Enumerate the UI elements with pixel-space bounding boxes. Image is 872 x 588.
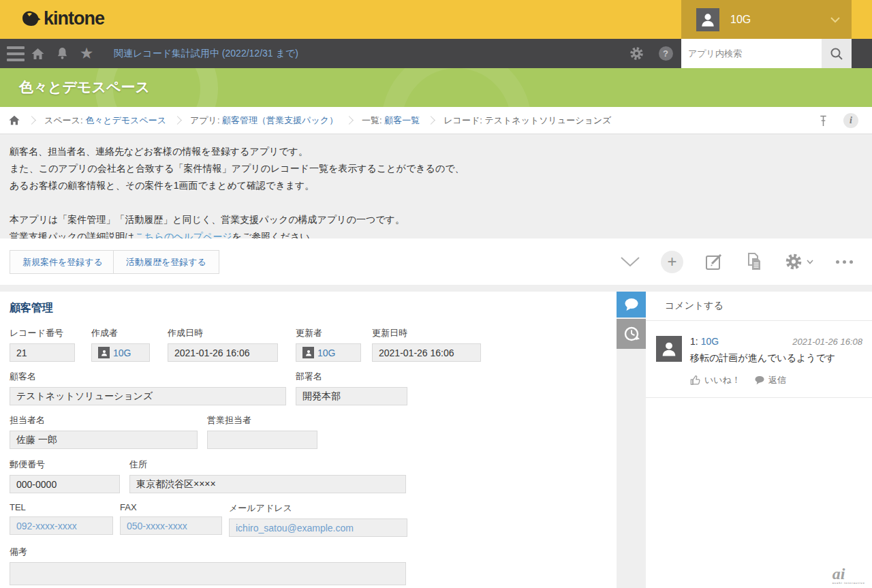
comments-panel: コメントする 1: 10G 2021-01-26 16:08 移転の計画が進んで… (646, 292, 872, 588)
description-line: あるお客様の顧客情報と、その案件を1画面でまとめて確認できます。 (10, 177, 862, 194)
reply-label: 返信 (768, 374, 786, 386)
breadcrumb-view: 一覧: 顧客一覧 (362, 114, 420, 127)
pin-icon[interactable] (818, 114, 828, 127)
trial-banner-link[interactable]: 関連レコード集計試用中 (2022/12/31 まで) (114, 39, 298, 68)
notifications-bell-icon[interactable] (53, 39, 71, 68)
add-record-button[interactable]: + (661, 251, 683, 273)
field-email: メールアドレス ichiro_satou@example.com (229, 502, 407, 537)
record-detail: 顧客管理 レコード番号 21 作成者 10G 作成日時 2021-01-26 1… (0, 292, 617, 588)
field-label: 更新者 (296, 327, 361, 339)
comment-item: 1: 10G 2021-01-26 16:08 移転の計画が進んでいるようです … (646, 321, 872, 398)
info-icon[interactable]: i (843, 113, 858, 128)
comments-tab[interactable] (617, 292, 646, 318)
field-label: 住所 (129, 459, 406, 471)
space-banner: 色々とデモスペース (0, 68, 872, 107)
field-label: 営業担当者 (207, 414, 317, 427)
favorites-star-icon[interactable]: ★ (76, 39, 97, 68)
duplicate-record-icon[interactable] (745, 251, 764, 272)
user-menu[interactable]: 10G (681, 0, 852, 39)
breadcrumb-home-icon[interactable] (8, 114, 20, 126)
app-header: kintone 10G (0, 0, 872, 39)
field-note: 備考 (10, 546, 406, 585)
field-label: レコード番号 (10, 327, 75, 339)
user-link[interactable]: 10G (302, 347, 335, 358)
reply-bubble-icon (754, 375, 765, 385)
record-settings-gear-icon[interactable] (784, 252, 813, 271)
user-avatar (302, 347, 314, 358)
like-button[interactable]: いいね！ (690, 374, 741, 386)
field-label: 部署名 (296, 371, 407, 383)
thumbs-up-icon (690, 375, 701, 386)
field-value: 10G (296, 343, 361, 362)
reply-button[interactable]: 返信 (754, 374, 786, 386)
field-value: 000-0000 (10, 475, 120, 493)
field-label: TEL (10, 502, 113, 512)
fax-link[interactable]: 050-xxxx-xxxx (120, 516, 222, 535)
edit-record-icon[interactable] (704, 251, 724, 272)
space-title[interactable]: 色々とデモスペース (19, 78, 150, 97)
email-link[interactable]: ichiro_satou@example.com (229, 519, 407, 537)
field-label: 郵便番号 (10, 459, 120, 471)
kintone-logo[interactable]: kintone (20, 8, 104, 29)
activity-log-button[interactable]: 活動履歴を登録する (113, 250, 219, 274)
record-toolbar: 新規案件を登録する 活動履歴を登録する + (0, 238, 872, 285)
comment-user-link[interactable]: 10G (701, 336, 719, 347)
field-label: 作成日時 (168, 327, 278, 339)
new-case-button[interactable]: 新規案件を登録する (10, 250, 116, 274)
field-contact-name: 担当者名 佐藤 一郎 (10, 414, 198, 449)
breadcrumb: スペース: 色々とデモスペース アプリ: 顧客管理（営業支援パック） 一覧: 顧… (0, 107, 872, 134)
settings-gear-icon[interactable] (627, 39, 646, 68)
field-label: 担当者名 (10, 414, 198, 427)
breadcrumb-prefix: 一覧: (362, 115, 384, 125)
field-label: 備考 (10, 546, 406, 558)
field-value: 東京都渋谷区×××× (129, 475, 406, 493)
chevron-down-icon (807, 260, 813, 264)
field-department: 部署名 開発本部 (296, 371, 407, 405)
search-button[interactable] (822, 39, 852, 68)
comment-bubble-icon (623, 297, 640, 312)
collapse-chevron-icon[interactable] (620, 256, 640, 267)
breadcrumb-space-link[interactable]: 色々とデモスペース (85, 115, 166, 125)
comment-input-placeholder[interactable]: コメントする (646, 292, 872, 321)
breadcrumb-app-link[interactable]: 顧客管理（営業支援パック） (222, 115, 338, 125)
history-clock-icon (623, 325, 640, 343)
banner-decoration (382, 68, 531, 107)
field-value: 10G (91, 343, 150, 362)
field-fax: FAX 050-xxxx-xxxx (120, 502, 222, 535)
field-value: 2021-01-26 16:06 (372, 343, 481, 362)
field-label: 顧客名 (10, 371, 286, 383)
breadcrumb-record-label: テストネットソリューションズ (484, 115, 611, 125)
help-icon[interactable]: ? (656, 39, 675, 68)
description-line: また、このアプリの会社名と合致する「案件情報」アプリのレコード一覧を表示すること… (10, 160, 862, 177)
field-label: 作成者 (91, 327, 150, 339)
field-value: 佐藤 一郎 (10, 431, 198, 449)
comment-timestamp: 2021-01-26 16:08 (792, 337, 862, 347)
user-link[interactable]: 10G (98, 347, 131, 358)
comment-number: 1: (690, 336, 698, 347)
record-form-title: 顧客管理 (10, 301, 53, 315)
field-created-at: 作成日時 2021-01-26 16:06 (168, 327, 278, 362)
change-history-tab[interactable] (617, 319, 646, 349)
home-icon[interactable] (29, 39, 46, 68)
user-link-label: 10G (113, 347, 131, 358)
breadcrumb-prefix: アプリ: (190, 115, 222, 125)
tel-link[interactable]: 092-xxxx-xxxx (10, 516, 113, 535)
search-input[interactable] (681, 39, 822, 68)
breadcrumb-separator (345, 116, 354, 125)
field-label: 更新日時 (372, 327, 481, 339)
breadcrumb-separator (173, 116, 182, 125)
field-updated-at: 更新日時 2021-01-26 16:06 (372, 327, 481, 362)
user-link-label: 10G (317, 347, 335, 358)
hamburger-menu-icon[interactable] (5, 39, 26, 68)
person-icon (699, 11, 717, 29)
more-options-icon[interactable] (834, 260, 854, 264)
kintone-wordmark: kintone (44, 8, 104, 29)
field-created-by: 作成者 10G (91, 327, 150, 362)
breadcrumb-prefix: レコード: (443, 115, 484, 125)
user-name-label: 10G (730, 14, 830, 26)
breadcrumb-view-link[interactable]: 顧客一覧 (384, 115, 420, 125)
search-icon (829, 46, 844, 61)
field-tel: TEL 092-xxxx-xxxx (10, 502, 113, 535)
breadcrumb-separator (27, 116, 36, 125)
comment-avatar (656, 336, 682, 362)
